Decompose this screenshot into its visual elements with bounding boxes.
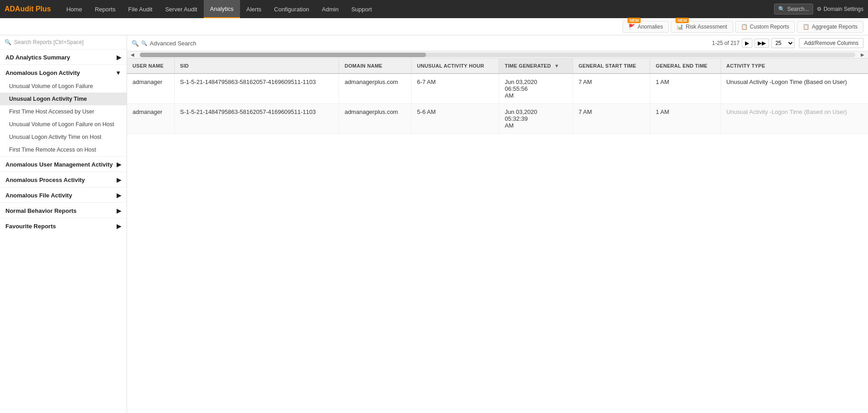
aggregate-reports-icon: 📋 [803,24,809,30]
content-area: 🔍 🔍 Advanced Search 1-25 of 217 ▶ ▶▶ 25 … [127,35,868,413]
sidebar-section-normal-behavior[interactable]: Normal Behavior Reports ▶ [0,203,127,218]
sidebar-item-unusual-volume-logon[interactable]: Unusual Volume of Logon Failure [0,80,127,93]
col-header-general-start-time[interactable]: GENERAL START TIME [573,59,650,74]
sidebar-item-first-time-remote[interactable]: First Time Remote Access on Host [0,143,127,156]
scroll-track[interactable] [140,53,855,57]
advanced-search-label: Advanced Search [150,40,196,47]
sidebar-arrow-file: ▶ [117,192,121,199]
sub-nav-risk-assessment[interactable]: NEW 📊 Risk Assessment [671,21,733,33]
custom-reports-label: Custom Reports [750,24,790,30]
sidebar-item-unusual-volume-host[interactable]: Unusual Volume of Logon Failure on Host [0,118,127,131]
sidebar-section-file[interactable]: Anomalous File Activity ▶ [0,187,127,202]
cell-time-generated: Jun 03,2020 06:55:56 AM [499,74,573,104]
cell-general-start-time: 7 AM [573,104,650,134]
nav-reports[interactable]: Reports [88,0,122,18]
scroll-right-arrow[interactable]: ▶ [859,52,866,57]
sidebar-section-label-favourite: Favourite Reports [5,223,56,230]
sidebar-item-label: Unusual Logon Activity Time on Host [9,134,102,140]
nav-support[interactable]: Support [345,0,378,18]
sidebar-section-anomalous-logon[interactable]: Anomalous Logon Activity ▼ [0,65,127,80]
gear-icon: ⚙ [817,6,822,12]
sidebar-section-label-file: Anomalous File Activity [5,192,72,199]
new-badge-anomalies: NEW [628,18,641,23]
sidebar-item-unusual-logon-time[interactable]: Unusual Logon Activity Time [0,93,127,105]
sidebar-section-ad-analytics[interactable]: AD Analytics Summary ▶ [0,49,127,64]
search-placeholder: Search... [787,6,809,12]
brand-logo[interactable]: ADAudit Plus [5,5,51,13]
table-row: admanager S-1-5-21-1484795863-58162057-4… [127,104,868,134]
col-header-general-end-time[interactable]: GENERAL END TIME [650,59,721,74]
sidebar-arrow-favourite: ▶ [117,223,121,230]
sidebar-section-user-management[interactable]: Anomalous User Management Activity ▶ [0,157,127,172]
sidebar: 🔍 Search Reports [Ctrl+Space] AD Analyti… [0,35,127,413]
scroll-left-arrow[interactable]: ◀ [129,52,136,57]
sidebar-section-label-ad-analytics: AD Analytics Summary [5,54,70,61]
cell-user-name: admanager [127,104,174,134]
sidebar-arrow-ad-analytics: ▶ [117,54,121,61]
sub-nav-aggregate-reports[interactable]: 📋 Aggregate Reports [797,21,863,33]
cell-domain-name: admanagerplus.com [339,74,412,104]
global-search[interactable]: 🔍 Search... [774,4,813,15]
sidebar-item-label: First Time Host Accessed by User [9,108,94,115]
sidebar-section-label-user-management: Anomalous User Management Activity [5,161,113,168]
col-header-activity-type[interactable]: ACTIVITY TYPE [721,59,868,74]
aggregate-reports-label: Aggregate Reports [812,24,858,30]
advanced-search[interactable]: 🔍 🔍 Advanced Search [132,40,196,47]
nav-file-audit[interactable]: File Audit [122,0,158,18]
nav-configuration[interactable]: Configuration [268,0,315,18]
sub-navigation: NEW 🚩 Anomalies NEW 📊 Risk Assessment 📋 … [0,18,868,35]
top-navigation: ADAudit Plus Home Reports File Audit Ser… [0,0,868,18]
search-icon: 🔍 [5,39,11,45]
search-icon-2: 🔍 [141,40,147,46]
cell-unusual-activity-hour: 6-7 AM [412,74,499,104]
prev-page-button[interactable]: ▶ [742,39,752,48]
risk-icon: 📊 [677,24,683,30]
sidebar-search[interactable]: 🔍 Search Reports [Ctrl+Space] [0,35,127,49]
sidebar-search-placeholder: Search Reports [Ctrl+Space] [14,39,83,45]
risk-assessment-label: Risk Assessment [686,24,727,30]
sort-down-icon: ▼ [554,63,559,69]
pagination: 1-25 of 217 ▶ ▶▶ 25 50 100 [712,38,794,48]
cell-activity-type: Unusual Activity -Logon Time (Based on U… [721,104,868,134]
col-header-domain-name[interactable]: DOMAIN NAME [339,59,412,74]
main-layout: 🔍 Search Reports [Ctrl+Space] AD Analyti… [0,35,868,413]
sidebar-arrow-normal-behavior: ▶ [117,207,121,214]
nav-analytics[interactable]: Analytics [204,0,240,18]
sidebar-item-unusual-logon-time-host[interactable]: Unusual Logon Activity Time on Host [0,131,127,143]
col-header-unusual-activity-hour[interactable]: UNUSUAL ACTIVITY HOUR [412,59,499,74]
cell-unusual-activity-hour: 5-6 AM [412,104,499,134]
sidebar-section-process[interactable]: Anomalous Process Activity ▶ [0,172,127,187]
cell-user-name: admanager [127,74,174,104]
sub-nav-custom-reports[interactable]: 📋 Custom Reports [735,21,795,33]
sidebar-section-favourite[interactable]: Favourite Reports ▶ [0,218,127,233]
sidebar-section-label-logon: Anomalous Logon Activity [5,69,80,76]
domain-settings[interactable]: ⚙ Domain Settings [817,6,863,12]
anomalies-icon: 🚩 [628,24,635,30]
search-icon: 🔍 [778,6,785,12]
last-page-button[interactable]: ▶▶ [755,39,769,48]
col-header-sid[interactable]: SID [174,59,339,74]
col-header-time-generated[interactable]: TIME GENERATED ▼ [499,59,573,74]
nav-admin[interactable]: Admin [315,0,345,18]
add-remove-columns-button[interactable]: Add/Remove Columns [799,38,863,48]
nav-server-audit[interactable]: Server Audit [159,0,204,18]
custom-reports-icon: 📋 [741,24,748,30]
cell-sid: S-1-5-21-1484795863-58162057-4169609511-… [174,74,339,104]
horizontal-scrollbar[interactable]: ◀ ▶ [127,51,868,59]
sidebar-arrow-process: ▶ [117,177,121,183]
sidebar-arrow-logon: ▼ [115,69,121,76]
sub-nav-anomalies[interactable]: NEW 🚩 Anomalies [623,21,669,33]
brand-name-part2: Plus [34,5,51,13]
search-icon: 🔍 [132,40,139,47]
sidebar-item-label: Unusual Logon Activity Time [9,96,87,102]
nav-home[interactable]: Home [60,0,88,18]
sidebar-item-first-time-host[interactable]: First Time Host Accessed by User [0,105,127,118]
nav-alerts[interactable]: Alerts [240,0,268,18]
cell-sid: S-1-5-21-1484795863-58162057-4169609511-… [174,104,339,134]
nav-right: 🔍 Search... ⚙ Domain Settings [774,4,863,15]
per-page-select[interactable]: 25 50 100 [771,38,794,48]
cell-time-generated: Jun 03,2020 05:32:39 AM [499,104,573,134]
col-header-user-name[interactable]: USER NAME [127,59,174,74]
anomalies-label: Anomalies [638,24,663,30]
sidebar-item-label: Unusual Volume of Logon Failure on Host [9,121,114,128]
